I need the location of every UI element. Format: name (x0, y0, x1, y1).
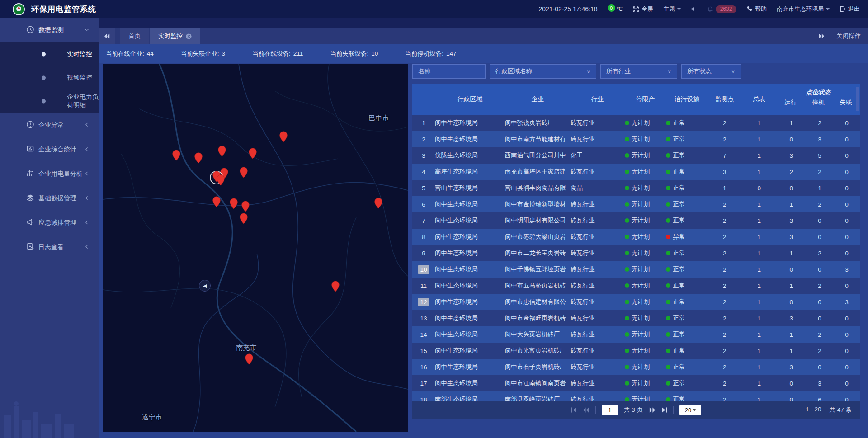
close-operations-button[interactable]: 关闭操作 (836, 32, 861, 40)
cell-industry: 砖瓦行业 (571, 265, 625, 273)
status-dot-green (625, 349, 629, 353)
page-number-input[interactable]: 1 (602, 405, 618, 415)
fullscreen-button[interactable]: 全屏 (632, 5, 653, 13)
name-search-input[interactable]: 名称 (412, 64, 486, 79)
cell-rownum: 2 (412, 135, 435, 144)
mute-button[interactable] (691, 6, 697, 12)
megaphone-icon (26, 218, 34, 226)
cell-region: 阆中生态环境局 (435, 135, 505, 143)
org-dropdown[interactable]: 南充市生态环境局 (777, 5, 830, 13)
map-pin[interactable] (239, 213, 248, 224)
table-row[interactable]: 18南部生态环境局南部县双峰页岩砖厂砖瓦行业无计划正常21060 (412, 391, 860, 401)
status-select[interactable]: 所有状态∨ (681, 64, 741, 79)
sidebar-item-应急减排管理[interactable]: 应急减排管理 (0, 211, 99, 235)
table-row[interactable]: 7阆中生态环境局阆中明阳建材有限公司砖瓦行业无计划正常21300 (412, 212, 860, 229)
map-panel[interactable]: 巴中市南充市遂宁市 (103, 64, 408, 432)
map-pin[interactable] (248, 148, 257, 159)
table-row[interactable]: 13阆中生态环境局阆中市金福旺页岩机砖砖瓦行业无计划正常21300 (412, 310, 860, 326)
map-pin[interactable] (374, 198, 383, 209)
map-pin[interactable] (279, 131, 288, 142)
sidebar-item-基础数据管理[interactable]: 基础数据管理 (0, 186, 99, 211)
table-row[interactable]: 3仪陇生态环境局西南油气田分公司川中化工无计划正常71350 (412, 147, 860, 164)
table-row[interactable]: 17阆中生态环境局阆中市江南镇阆南页岩砖瓦行业无计划正常21030 (412, 375, 860, 391)
datetime: 2021-02-25 17:46:18 (539, 5, 598, 13)
log-icon (26, 243, 34, 251)
sidebar-item-日志查看[interactable]: 日志查看 (0, 235, 99, 259)
cell-production-status: 无计划 (625, 135, 666, 143)
cell-industry: 砖瓦行业 (571, 396, 625, 401)
map-pin[interactable] (239, 167, 248, 178)
cell-region: 阆中生态环境局 (435, 265, 505, 273)
location-pin-icon (212, 196, 221, 207)
tab-实时监控[interactable]: 实时监控 (150, 28, 200, 44)
table-row[interactable]: 9阆中生态环境局阆中市二龙长宝页岩砖砖瓦行业无计划正常21120 (412, 245, 860, 261)
notifications[interactable]: 2632 (707, 5, 736, 13)
table-row[interactable]: 10阆中生态环境局阆中千佛镇五郎垭页岩砖瓦行业无计划正常21003 (412, 261, 860, 278)
tabs-scroll-left-button[interactable] (99, 28, 115, 44)
cell-production-status: 无计划 (625, 233, 666, 241)
table-row[interactable]: 1阆中生态环境局阆中强锐页岩砖厂砖瓦行业无计划正常21120 (412, 115, 860, 131)
cell-enterprise: 阆中明阳建材有限公司 (505, 217, 571, 225)
cell-region: 阆中生态环境局 (435, 119, 505, 127)
table-row[interactable]: 11阆中生态环境局阆中市五马桥页岩机砖砖瓦行业无计划正常21120 (412, 278, 860, 294)
double-right-icon[interactable] (818, 33, 825, 39)
industry-select[interactable]: 所有行业∨ (600, 64, 677, 79)
sidebar-item-企业综合统计[interactable]: 企业综合统计 (0, 137, 99, 162)
theme-dropdown[interactable]: 主题 (663, 5, 681, 13)
tab-close-icon[interactable] (186, 33, 192, 39)
last-page-button[interactable] (661, 407, 667, 413)
monitor-icon (26, 26, 34, 34)
map-pin[interactable] (217, 146, 226, 157)
sidebar-item-企业异常[interactable]: 企业异常 (0, 113, 99, 137)
table-row[interactable]: 8阆中生态环境局阆中市枣碧大梁山页岩砖瓦行业无计划异常21300 (412, 229, 860, 245)
status-text: 无计划 (632, 119, 650, 127)
cell-meter: 1 (741, 380, 777, 387)
status-dot-green (666, 170, 670, 174)
sidebar-item-企业电力负荷明细[interactable]: 企业电力负荷明细 (0, 89, 99, 113)
logout-button[interactable]: 退出 (840, 5, 860, 13)
map-pin[interactable] (216, 174, 225, 186)
map-pin[interactable] (245, 353, 254, 365)
map-pin[interactable] (172, 150, 181, 161)
cell-points: 7 (708, 152, 741, 159)
region-select[interactable]: 行政区域名称∨ (490, 64, 596, 79)
prev-page-button[interactable] (583, 407, 590, 413)
status-dot-green (666, 365, 670, 369)
map-pin[interactable] (212, 196, 221, 207)
page-size-select[interactable]: 20 (679, 405, 701, 415)
table-row[interactable]: 16阆中生态环境局阆中市石子页岩机砖厂砖瓦行业无计划正常21300 (412, 359, 860, 375)
table-row[interactable]: 12阆中生态环境局阆中市忠信建材有限公砖瓦行业无计划正常21003 (412, 294, 860, 310)
table-row[interactable]: 2阆中生态环境局阆中市南方节能建材有砖瓦行业无计划正常21030 (412, 131, 860, 147)
table-scrollbar[interactable] (856, 87, 859, 111)
sidebar-item-实时监控[interactable]: 实时监控 (0, 42, 99, 66)
next-page-button[interactable] (649, 407, 656, 413)
sidebar-item-数据监测[interactable]: 数据监测 (0, 18, 99, 42)
status-text: 无计划 (632, 363, 650, 371)
location-pin-icon (239, 167, 248, 178)
sidebar-item-视频监控[interactable]: 视频监控 (0, 66, 99, 89)
cell-offline: 0 (834, 201, 860, 208)
stat-当前失联设备: 当前失联设备:10 (330, 50, 378, 58)
rownum: 14 (418, 330, 429, 339)
table-row[interactable]: 5营山生态环境局营山县润丰肉食品有限食品无计划正常10010 (412, 180, 860, 196)
table-row[interactable]: 14阆中生态环境局阆中大兴页岩机砖厂砖瓦行业无计划正常21120 (412, 326, 860, 343)
help-button[interactable]: 帮助 (746, 5, 767, 13)
map-pin[interactable] (229, 198, 238, 209)
status-text: 无计划 (632, 184, 650, 192)
cell-region: 阆中生态环境局 (435, 330, 505, 339)
sidebar-item-企业用电量分析[interactable]: 企业用电量分析 (0, 162, 99, 186)
tab-首页[interactable]: 首页 (120, 28, 149, 44)
col-points: 监测点 (708, 84, 741, 115)
status-text: 正常 (673, 396, 685, 401)
first-page-button[interactable] (571, 407, 577, 413)
table-row[interactable]: 4高坪生态环境局南充市高坪区王家店建砖瓦行业无计划正常31220 (412, 164, 860, 180)
cell-enterprise: 阆中市忠信建材有限公 (505, 298, 571, 306)
map-collapse-toggle[interactable]: ◀ (199, 280, 211, 292)
table-row[interactable]: 15阆中生态环境局阆中市光富页岩机砖厂砖瓦行业无计划正常21120 (412, 343, 860, 359)
map-pin[interactable] (241, 201, 250, 212)
table-row[interactable]: 6阆中生态环境局阆中市金博瑞新型墙材砖瓦行业无计划正常21120 (412, 196, 860, 212)
cell-rownum: 7 (412, 217, 435, 225)
stat-value: 10 (371, 50, 378, 57)
map-pin[interactable] (194, 152, 203, 164)
map-pin[interactable] (331, 281, 340, 292)
